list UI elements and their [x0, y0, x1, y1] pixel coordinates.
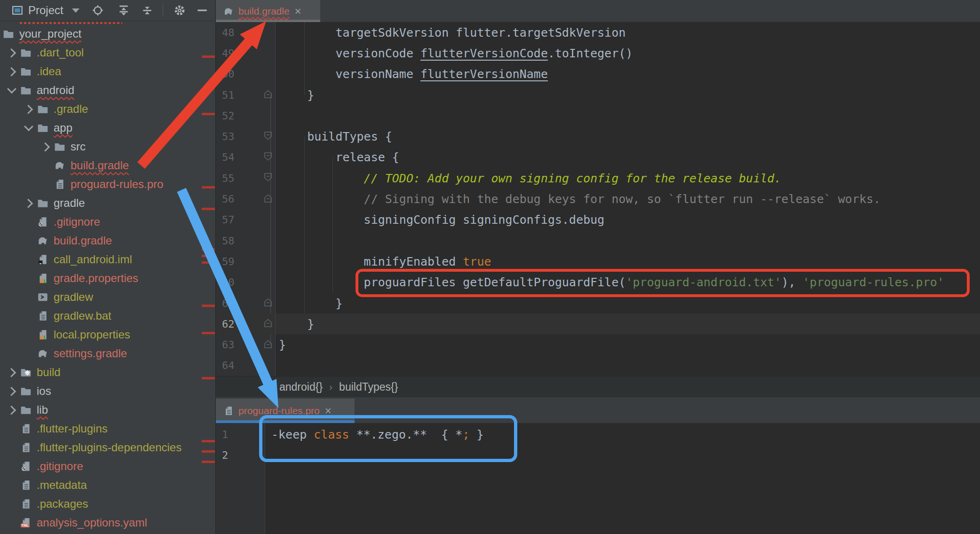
tree-item--gitignore[interactable]: .gitignore	[0, 457, 215, 476]
tree-item--idea[interactable]: .idea	[0, 62, 215, 81]
tree-item-build[interactable]: build	[0, 363, 215, 382]
tree-item-analysis-options-yaml[interactable]: YMLanalysis_options.yaml	[0, 513, 215, 532]
project-panel-toolbar: Project	[0, 0, 215, 21]
error-stripe-mark[interactable]	[202, 440, 215, 442]
tree-item-build-gradle[interactable]: build.gradle	[0, 231, 215, 250]
project-panel: Project your_project.dart_tool.ideaandro…	[0, 0, 216, 534]
tree-item-app[interactable]: app	[0, 118, 215, 137]
error-stripe-mark[interactable]	[202, 248, 215, 251]
tree-item-lib[interactable]: lib	[0, 400, 215, 419]
tree-item-src[interactable]: src	[0, 137, 215, 156]
folder-icon	[54, 141, 66, 153]
error-stripe-mark[interactable]	[202, 113, 215, 115]
chevron-right-icon[interactable]	[24, 105, 33, 114]
tree-item-label: gradlew.bat	[54, 309, 111, 322]
line-number: 62	[216, 318, 243, 330]
file-icon	[37, 310, 49, 322]
fold-marker-up-icon[interactable]	[263, 339, 273, 351]
line-number: 58	[216, 235, 243, 247]
tree-item-label: gradle.properties	[54, 272, 138, 285]
fold-marker-up-icon[interactable]	[263, 89, 273, 101]
tree-item-ios[interactable]: ios	[0, 382, 215, 400]
breadcrumb-item-android[interactable]: android{}	[279, 381, 323, 393]
error-stripe-mark[interactable]	[202, 450, 215, 453]
line-number: 63	[216, 339, 243, 351]
code-line-53: 53buildTypes {	[216, 126, 980, 147]
tree-item-call-android-iml[interactable]: call_android.iml	[0, 250, 215, 269]
tree-item--gradle[interactable]: .gradle	[0, 100, 215, 118]
error-stripe-mark[interactable]	[202, 261, 215, 264]
chevron-down-icon[interactable]	[72, 8, 79, 13]
fold-marker-up-icon[interactable]	[263, 297, 273, 309]
expand-all-icon[interactable]	[118, 4, 130, 16]
chevron-right-icon[interactable]	[7, 406, 16, 415]
line-number: 59	[216, 256, 243, 267]
tree-item-label: proguard-rules.pro	[71, 178, 163, 191]
tree-item-label: .flutter-plugins	[37, 422, 108, 435]
chevron-right-icon[interactable]	[7, 368, 16, 377]
chevron-right-icon[interactable]	[24, 199, 33, 208]
collapse-all-icon[interactable]	[141, 4, 153, 16]
error-stripe-mark[interactable]	[202, 332, 215, 334]
tree-item-gradle[interactable]: gradle	[0, 194, 215, 212]
tree-item-label: .gitignore	[37, 460, 83, 473]
error-stripe-mark[interactable]	[202, 461, 215, 463]
tree-item-label: .gradle	[54, 102, 88, 116]
project-tool-window-icon[interactable]	[11, 4, 24, 16]
fold-marker-up-icon[interactable]	[263, 318, 273, 330]
locate-icon[interactable]	[92, 4, 104, 16]
gitignore-file-icon	[37, 216, 49, 228]
tree-item-gradlew-bat[interactable]: gradlew.bat	[0, 306, 215, 325]
chevron-down-icon[interactable]	[7, 84, 16, 94]
chevron-right-icon[interactable]	[7, 387, 16, 396]
fold-marker-down-icon[interactable]	[263, 131, 273, 143]
tree-item--flutter-plugins-dependencies[interactable]: .flutter-plugins-dependencies	[0, 438, 215, 457]
code-text: }	[275, 317, 314, 331]
tree-item-gradlew[interactable]: gradlew	[0, 288, 215, 306]
tree-item-label: .gitignore	[54, 215, 100, 228]
tree-item-android[interactable]: android	[0, 81, 215, 100]
error-stripe-mark[interactable]	[202, 208, 215, 210]
build-gradle-editor[interactable]: 48targetSdkVersion flutter.targetSdkVers…	[216, 22, 980, 376]
chevron-down-icon[interactable]	[24, 122, 33, 131]
tree-item--metadata[interactable]: .metadata	[0, 476, 215, 495]
code-line-50: 50versionName flutterVersionName	[216, 64, 980, 85]
tree-item-proguard-rules-pro[interactable]: proguard-rules.pro	[0, 175, 215, 194]
breadcrumb-item-buildTypes[interactable]: buildTypes{}	[339, 381, 398, 393]
code-text: minifyEnabled true	[275, 255, 491, 268]
tree-item--dart-tool[interactable]: .dart_tool	[0, 43, 215, 62]
code-text: }	[275, 88, 314, 102]
tree-item--packages[interactable]: .packages	[0, 495, 215, 513]
tree-item--gitignore[interactable]: .gitignore	[0, 212, 215, 231]
tree-item-your-project[interactable]: your_project	[0, 24, 215, 43]
error-stripe-mark[interactable]	[202, 377, 215, 379]
folder-icon	[37, 197, 49, 209]
tree-item-label: android	[37, 84, 74, 97]
error-stripe-mark[interactable]	[202, 186, 215, 188]
error-stripe-mark[interactable]	[202, 55, 215, 58]
tree-item-build-gradle[interactable]: build.gradle	[0, 156, 215, 175]
line-number: 52	[216, 110, 243, 122]
folder-icon	[37, 122, 49, 134]
tree-item-label: .flutter-plugins-dependencies	[37, 441, 182, 454]
error-stripe-mark[interactable]	[202, 255, 215, 257]
tree-item-settings-gradle[interactable]: settings.gradle	[0, 344, 215, 363]
code-text: release {	[275, 150, 399, 164]
fold-marker-down-icon[interactable]	[263, 151, 273, 164]
chevron-right-icon[interactable]	[40, 142, 50, 152]
chevron-right-icon[interactable]	[7, 48, 16, 58]
hide-panel-icon[interactable]	[196, 4, 208, 16]
tree-item-gradle-properties[interactable]: gradle.properties	[0, 269, 215, 288]
tab-build-gradle[interactable]: build.gradle ×	[216, 0, 320, 22]
fold-marker-up-icon[interactable]	[263, 193, 273, 205]
line-number: 48	[216, 27, 243, 39]
tree-item-local-properties[interactable]: local.properties	[0, 325, 215, 344]
settings-gear-icon[interactable]	[174, 4, 186, 16]
file-icon	[20, 479, 32, 491]
tree-item--flutter-plugins[interactable]: .flutter-plugins	[0, 419, 215, 438]
chevron-right-icon[interactable]	[7, 67, 16, 77]
close-icon[interactable]: ×	[295, 6, 301, 17]
error-stripe-mark[interactable]	[202, 305, 215, 307]
project-view-selector[interactable]: Project	[28, 4, 63, 17]
fold-marker-down-icon[interactable]	[263, 172, 273, 184]
